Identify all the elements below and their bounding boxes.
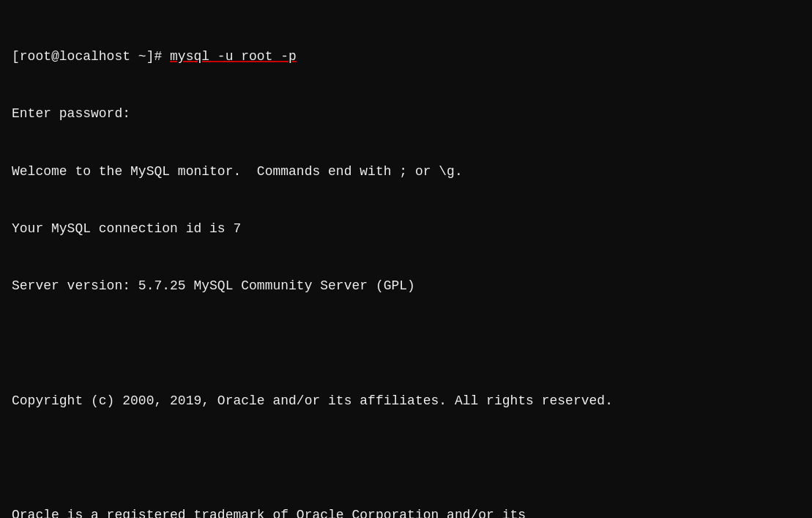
line-1: [root@localhost ~]# mysql -u root -p [12,47,800,66]
line-5: Server version: 5.7.25 MySQL Community S… [12,276,800,295]
line-2: Enter password: [12,104,800,123]
line-7: Copyright (c) 2000, 2019, Oracle and/or … [12,391,800,410]
line-9: Oracle is a registered trademark of Orac… [12,506,800,518]
line-3: Welcome to the MySQL monitor. Commands e… [12,162,800,181]
prompt-1: [root@localhost ~]# [12,49,170,64]
line-6 [12,334,800,353]
terminal-window: [root@localhost ~]# mysql -u root -p Ent… [12,9,800,509]
line-4: Your MySQL connection id is 7 [12,219,800,238]
command-1: mysql -u root -p [170,49,297,64]
line-8 [12,448,800,467]
